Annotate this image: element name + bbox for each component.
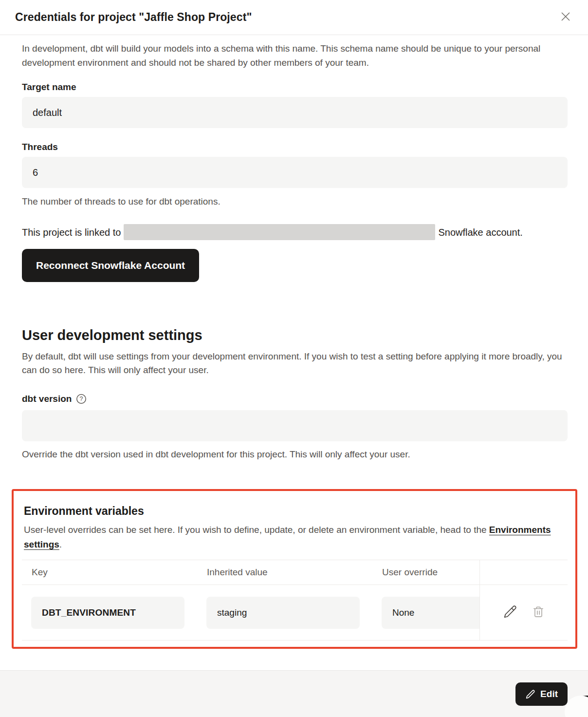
threads-input[interactable] (22, 157, 568, 188)
dbt-version-input[interactable] (22, 410, 568, 441)
environment-variables-description: User-level overrides can be set here. If… (24, 523, 566, 552)
environment-variables-table: Key Inherited value User override DBT_EN… (22, 560, 568, 641)
close-button[interactable] (557, 9, 574, 26)
column-header-user-override: User override (372, 560, 479, 585)
column-header-key: Key (22, 560, 197, 585)
pencil-icon (525, 689, 535, 699)
env-var-user-override-value: None (382, 597, 479, 629)
environment-variables-highlight-box: Environment variables User-level overrid… (12, 489, 577, 649)
user-development-settings-heading: User development settings (22, 327, 568, 343)
user-development-settings-description: By default, dbt will use settings from y… (22, 350, 568, 377)
target-name-input[interactable] (22, 97, 568, 128)
reconnect-snowflake-button[interactable]: Reconnect Snowflake Account (22, 249, 199, 282)
env-var-inherited-value: staging (206, 597, 360, 629)
trash-icon (532, 605, 545, 620)
redacted-account-name (124, 224, 435, 240)
edit-button[interactable]: Edit (515, 682, 568, 706)
environment-variables-heading: Environment variables (24, 505, 566, 518)
table-row: DBT_ENVIRONMENT staging None (22, 585, 568, 641)
pencil-icon (503, 604, 517, 621)
modal-title: Credentials for project "Jaffle Shop Pro… (15, 11, 252, 24)
linked-account-text: This project is linked toSnowflake accou… (22, 224, 568, 242)
table-header-row: Key Inherited value User override (22, 560, 568, 585)
column-header-actions (479, 560, 568, 585)
close-icon (559, 10, 572, 25)
env-var-key-value: DBT_ENVIRONMENT (31, 597, 184, 629)
column-header-inherited-value: Inherited value (197, 560, 372, 585)
help-circle-icon[interactable]: ? (76, 394, 87, 404)
svg-text:?: ? (80, 396, 83, 403)
edit-variable-button[interactable] (502, 604, 518, 622)
modal-body: In development, dbt will build your mode… (0, 35, 588, 649)
dbt-version-help-text: Override the dbt version used in dbt dev… (22, 449, 568, 460)
modal-footer: Edit (0, 670, 588, 717)
target-name-label: Target name (22, 82, 568, 93)
threads-help-text: The number of threads to use for dbt ope… (22, 196, 568, 208)
threads-label: Threads (22, 142, 568, 152)
dbt-version-label: dbt version (22, 394, 72, 404)
modal-header: Credentials for project "Jaffle Shop Pro… (0, 0, 588, 35)
schema-description: In development, dbt will build your mode… (22, 41, 568, 70)
delete-variable-button[interactable] (531, 604, 546, 621)
